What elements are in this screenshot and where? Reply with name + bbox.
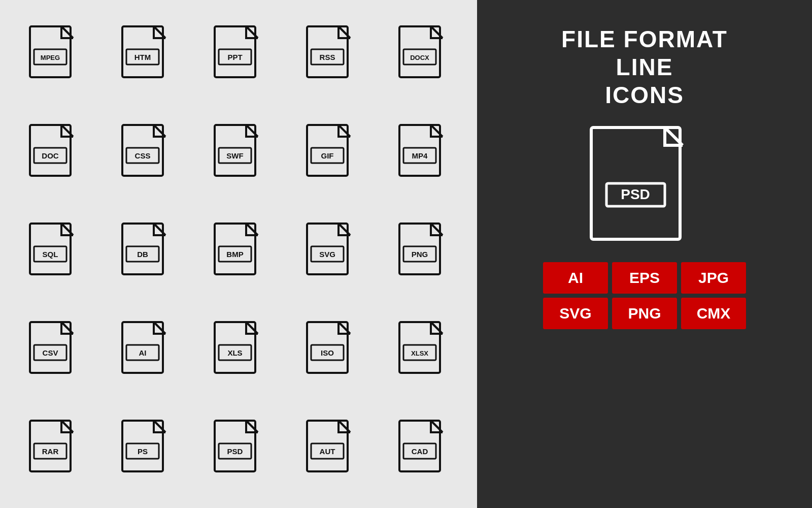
svg-text:SVG: SVG: [319, 250, 335, 259]
svg-rect-92: [307, 421, 348, 471]
file-icons-grid: MPEGHTMPPTRSSDOCXDOCCSSSWFGIFMP4SQLDBBMP…: [0, 0, 477, 508]
svg-text:CAD: CAD: [412, 447, 428, 456]
file-icon-rar: RAR: [10, 404, 97, 498]
format-badge-jpg: JPG: [681, 262, 746, 294]
svg-rect-80: [30, 421, 71, 471]
svg-text:CSS: CSS: [135, 151, 151, 160]
svg-text:DOCX: DOCX: [410, 54, 429, 61]
file-icon-swf: SWF: [195, 109, 282, 202]
svg-text:SWF: SWF: [226, 151, 243, 160]
svg-rect-28: [215, 125, 255, 176]
svg-rect-12: [307, 26, 348, 77]
format-badge-png: PNG: [612, 298, 677, 329]
file-icon-bmp: BMP: [195, 207, 282, 301]
svg-rect-36: [399, 125, 440, 176]
file-icon-iso: ISO: [287, 306, 375, 399]
svg-rect-56: [399, 224, 440, 274]
file-icon-ppt: PPT: [195, 10, 282, 104]
file-icon-xls: XLS: [195, 306, 282, 399]
panel-title: FILE FORMATLINEICONS: [561, 25, 728, 110]
file-icon-db: DB: [103, 207, 190, 301]
file-icon-cad: CAD: [380, 404, 467, 498]
svg-rect-64: [122, 322, 163, 373]
svg-rect-84: [122, 421, 163, 471]
svg-text:XLSX: XLSX: [411, 350, 428, 357]
svg-rect-88: [215, 421, 255, 471]
svg-text:PPT: PPT: [227, 53, 242, 61]
file-icon-csv: CSV: [10, 306, 97, 399]
file-icon-ai: AI: [103, 306, 190, 399]
svg-text:AUT: AUT: [320, 447, 335, 456]
svg-text:MPEG: MPEG: [41, 54, 60, 61]
svg-rect-48: [215, 224, 255, 274]
file-icon-psd: PSD: [195, 404, 282, 498]
svg-rect-40: [30, 224, 71, 274]
svg-text:AI: AI: [139, 348, 147, 357]
file-icon-aut: AUT: [287, 404, 375, 498]
svg-text:RSS: RSS: [320, 53, 335, 61]
svg-rect-52: [307, 224, 348, 274]
file-icon-png: PNG: [380, 207, 467, 301]
svg-text:PS: PS: [138, 447, 148, 456]
svg-text:RAR: RAR: [42, 447, 59, 456]
svg-rect-8: [215, 26, 255, 77]
svg-text:PSD: PSD: [227, 447, 243, 456]
file-icon-htm: HTM: [103, 10, 190, 104]
svg-text:HTM: HTM: [134, 53, 151, 61]
svg-text:PSD: PSD: [621, 186, 650, 202]
svg-rect-32: [307, 125, 348, 176]
svg-rect-60: [30, 322, 71, 373]
svg-text:BMP: BMP: [226, 250, 243, 259]
file-icon-docx: DOCX: [380, 10, 467, 104]
file-icon-sql: SQL: [10, 207, 97, 301]
file-icon-svg: SVG: [287, 207, 375, 301]
format-badge-svg: SVG: [543, 298, 608, 329]
file-icon-xlsx: XLSX: [380, 306, 467, 399]
psd-preview-icon: PSD: [586, 125, 703, 247]
file-icon-ps: PS: [103, 404, 190, 498]
svg-text:PNG: PNG: [412, 250, 428, 259]
svg-rect-44: [122, 224, 163, 274]
svg-text:XLS: XLS: [227, 348, 242, 357]
format-badge-ai: AI: [543, 262, 608, 294]
svg-rect-76: [399, 322, 440, 373]
svg-rect-24: [122, 125, 163, 176]
svg-rect-68: [215, 322, 255, 373]
svg-rect-96: [399, 421, 440, 471]
file-icon-mpeg: MPEG: [10, 10, 97, 104]
svg-text:SQL: SQL: [43, 250, 58, 259]
file-icon-rss: RSS: [287, 10, 375, 104]
svg-rect-72: [307, 322, 348, 373]
format-badge-eps: EPS: [612, 262, 677, 294]
svg-text:GIF: GIF: [321, 151, 334, 160]
svg-text:ISO: ISO: [321, 348, 334, 357]
file-icon-gif: GIF: [287, 109, 375, 202]
svg-text:MP4: MP4: [412, 151, 428, 160]
right-panel: FILE FORMATLINEICONS PSD AIEPSJPGSVGPNGC…: [477, 0, 812, 508]
file-icon-mp4: MP4: [380, 109, 467, 202]
file-icon-doc: DOC: [10, 109, 97, 202]
svg-rect-4: [122, 26, 163, 77]
format-badge-cmx: CMX: [681, 298, 746, 329]
svg-text:DOC: DOC: [42, 151, 59, 160]
format-badges-grid: AIEPSJPGSVGPNGCMX: [543, 262, 746, 329]
svg-rect-0: [30, 26, 71, 77]
file-icon-css: CSS: [103, 109, 190, 202]
svg-rect-16: [399, 26, 440, 77]
svg-rect-20: [30, 125, 71, 176]
svg-text:DB: DB: [137, 250, 148, 259]
svg-text:CSV: CSV: [43, 348, 58, 357]
